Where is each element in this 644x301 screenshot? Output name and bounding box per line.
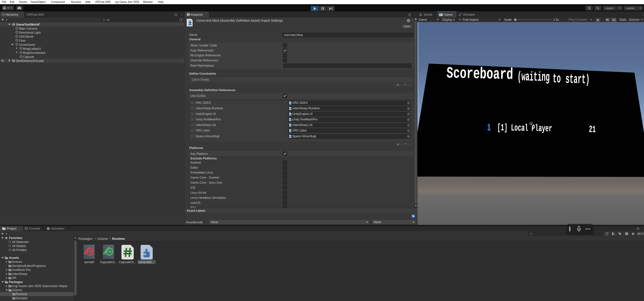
svg-text:?: ? <box>408 19 409 22</box>
